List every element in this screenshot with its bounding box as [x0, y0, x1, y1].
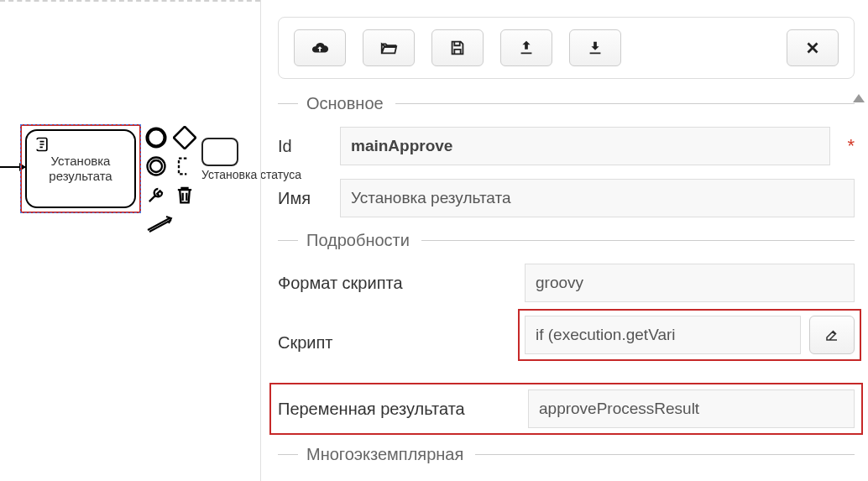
connect-icon[interactable] [144, 212, 178, 235]
section-main-header: Основное [278, 94, 855, 113]
section-details-title: Подробности [306, 231, 410, 250]
section-multi-title: Многоэкземплярная [306, 445, 463, 464]
script-icon [34, 136, 50, 153]
name-row: Имя [278, 179, 855, 217]
name-label: Имя [278, 189, 328, 208]
upload-button[interactable] [500, 29, 552, 66]
wrench-icon[interactable] [144, 183, 168, 207]
end-event-bold-icon[interactable] [144, 126, 168, 149]
script-input[interactable] [525, 316, 801, 354]
svg-point-0 [148, 129, 165, 147]
section-main-title: Основное [306, 94, 384, 113]
append-task-icon[interactable] [201, 138, 238, 166]
cloud-upload-button[interactable] [294, 29, 346, 66]
script-format-label: Формат скрипта [278, 274, 513, 293]
intermediate-event-icon[interactable] [144, 154, 168, 178]
script-row: Скрипт [278, 316, 855, 369]
name-input[interactable] [340, 179, 855, 217]
result-var-label: Переменная результата [278, 400, 520, 419]
required-mark: * [847, 135, 855, 157]
section-multi-header: Многоэкземплярная [278, 445, 855, 464]
edit-script-button[interactable] [809, 316, 855, 354]
task-label: Установка результата [27, 154, 134, 184]
script-label: Скрипт [278, 333, 513, 353]
svg-rect-1 [174, 127, 196, 149]
result-var-input[interactable] [528, 390, 855, 428]
id-label: Id [278, 137, 328, 156]
download-button[interactable] [569, 29, 621, 66]
script-task-node[interactable]: Установка результата [25, 129, 136, 208]
properties-panel: Основное Id * Имя Подробности Формат скр… [260, 0, 868, 481]
toolbar [278, 17, 855, 79]
script-format-input[interactable] [525, 264, 855, 302]
trash-icon[interactable] [173, 183, 196, 207]
annotation-icon[interactable] [173, 154, 196, 178]
svg-point-3 [150, 160, 162, 172]
id-input[interactable] [340, 127, 830, 165]
result-var-row: Переменная результата [269, 383, 863, 435]
gateway-icon[interactable] [173, 126, 196, 149]
script-format-row: Формат скрипта [278, 264, 855, 302]
close-button[interactable] [787, 29, 839, 66]
section-details-header: Подробности [278, 231, 855, 250]
open-folder-button[interactable] [363, 29, 415, 66]
bpmn-canvas[interactable]: Установка результата Установка статуса [0, 0, 260, 481]
context-pad: Установка статуса [144, 126, 262, 240]
save-button[interactable] [431, 29, 484, 66]
id-row: Id * [278, 127, 855, 165]
scroll-up-indicator[interactable] [853, 94, 865, 102]
